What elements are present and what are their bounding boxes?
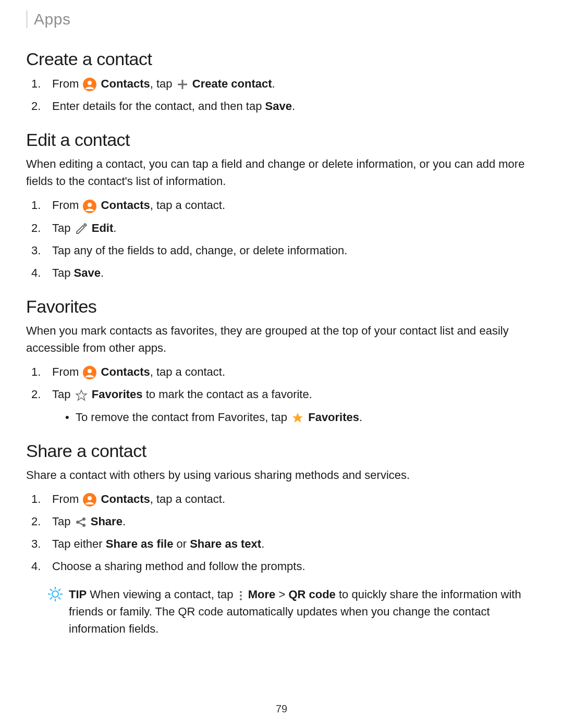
list-item: 2. Enter details for the contact, and th…: [47, 97, 532, 115]
step-number: 1.: [31, 75, 41, 93]
pencil-icon: [75, 223, 88, 235]
step-text: Contacts: [101, 365, 150, 378]
step-text: .: [359, 411, 362, 424]
section-heading-create: Create a contact: [26, 49, 532, 69]
step-text: Save: [74, 266, 101, 279]
step-text: Enter details for the contact, and then …: [52, 100, 265, 113]
list-item: 1. From Contacts, tap a contact.: [47, 363, 532, 381]
step-text: Save: [265, 100, 291, 113]
list-item: 1. From Contacts, tap a contact.: [47, 196, 532, 214]
svg-point-15: [52, 591, 58, 597]
svg-point-24: [240, 591, 242, 593]
tip-text: >: [275, 588, 288, 601]
step-text: .: [292, 100, 295, 113]
step-text: .: [272, 77, 275, 90]
step-text: From: [52, 77, 79, 90]
page-header-title: Apps: [34, 10, 532, 28]
step-text: .: [113, 221, 116, 235]
step-text: From: [52, 199, 79, 212]
section-heading-favorites: Favorites: [26, 297, 532, 317]
steps-edit: 1. From Contacts, tap a contact. 2. Tap …: [26, 196, 532, 282]
tip-text: QR code: [288, 588, 335, 601]
tip-lightbulb-icon: [48, 587, 63, 601]
step-text: Tap: [52, 266, 74, 279]
tip-text: When viewing a contact, tap: [87, 588, 233, 601]
svg-point-1: [88, 81, 92, 85]
more-dots-icon: [238, 590, 244, 601]
svg-line-13: [79, 520, 83, 522]
step-number: 1.: [31, 490, 41, 508]
svg-point-26: [240, 598, 242, 600]
tip-label: TIP: [69, 588, 87, 601]
step-text: .: [101, 266, 104, 279]
star-outline-icon: [75, 389, 88, 402]
section-intro-edit: When editing a contact, you can tap a fi…: [26, 155, 532, 190]
list-item: 2. Tap Edit.: [47, 219, 532, 237]
section-heading-edit: Edit a contact: [26, 130, 532, 150]
svg-point-7: [88, 369, 92, 373]
svg-line-22: [50, 597, 52, 599]
list-item: 3. Tap either Share as file or Share as …: [47, 535, 532, 553]
step-text: Create contact: [192, 77, 272, 90]
list-item: To remove the contact from Favorites, ta…: [68, 408, 532, 426]
step-text: Tap: [52, 221, 70, 235]
contacts-icon: [83, 493, 96, 507]
svg-point-9: [88, 496, 92, 500]
step-number: 3.: [31, 535, 41, 553]
step-text: From: [52, 492, 79, 505]
list-item: 3. Tap any of the fields to add, change,…: [47, 241, 532, 260]
step-text: .: [123, 515, 126, 528]
step-number: 1.: [31, 363, 41, 381]
list-item: 4. Tap Save.: [47, 264, 532, 282]
page-number: 79: [0, 703, 563, 715]
step-text: From: [52, 365, 79, 378]
step-text: Contacts: [101, 492, 150, 505]
steps-create: 1. From Contacts, tap Create contact. 2.…: [26, 75, 532, 115]
share-icon: [75, 516, 87, 528]
step-text: , tap: [150, 77, 173, 90]
list-item: 1. From Contacts, tap Create contact.: [47, 75, 532, 93]
step-number: 4.: [31, 557, 41, 575]
contacts-icon: [83, 366, 96, 379]
step-number: 2.: [31, 219, 41, 237]
step-text: Tap: [52, 388, 70, 401]
step-text: Tap either: [52, 537, 106, 550]
step-text: To remove the contact from Favorites, ta…: [76, 411, 287, 424]
contacts-icon: [83, 78, 96, 91]
step-number: 1.: [31, 196, 41, 214]
step-text: Choose a sharing method and follow the p…: [52, 560, 305, 573]
steps-share: 1. From Contacts, tap a contact. 2. Tap …: [26, 490, 532, 576]
list-item: 1. From Contacts, tap a contact.: [47, 490, 532, 508]
step-text: Tap: [52, 515, 70, 528]
svg-line-21: [58, 597, 60, 599]
step-text: to mark the contact as a favorite.: [143, 388, 312, 401]
sub-list: To remove the contact from Favorites, ta…: [52, 408, 532, 426]
list-item: 2. Tap Favorites to mark the contact as …: [47, 385, 532, 426]
contacts-icon: [83, 200, 96, 213]
step-number: 2.: [31, 512, 41, 530]
tip-text: More: [248, 588, 276, 601]
section-heading-share: Share a contact: [26, 441, 532, 461]
list-item: 2. Tap Share.: [47, 512, 532, 530]
step-text: Edit: [92, 221, 114, 235]
step-text: Contacts: [101, 199, 150, 212]
step-text: .: [261, 537, 264, 550]
tip-block: TIP When viewing a contact, tap More > Q…: [26, 586, 532, 637]
svg-line-20: [50, 589, 52, 591]
star-filled-icon: [291, 412, 304, 424]
step-number: 2.: [31, 97, 41, 115]
step-number: 4.: [31, 264, 41, 282]
step-number: 3.: [31, 241, 41, 260]
steps-favorites: 1. From Contacts, tap a contact. 2. Tap …: [26, 363, 532, 426]
step-text: , tap a contact.: [150, 365, 225, 378]
list-item: 4. Choose a sharing method and follow th…: [47, 557, 532, 575]
step-text: Contacts: [101, 77, 150, 90]
step-text: Favorites: [92, 388, 143, 401]
step-text: , tap a contact.: [150, 492, 225, 505]
page-header: Apps: [26, 10, 532, 28]
section-intro-favorites: When you mark contacts as favorites, the…: [26, 322, 532, 356]
step-text: Share as text: [190, 537, 261, 550]
step-text: or: [173, 537, 190, 550]
step-text: Favorites: [308, 411, 359, 424]
svg-line-14: [79, 523, 83, 525]
